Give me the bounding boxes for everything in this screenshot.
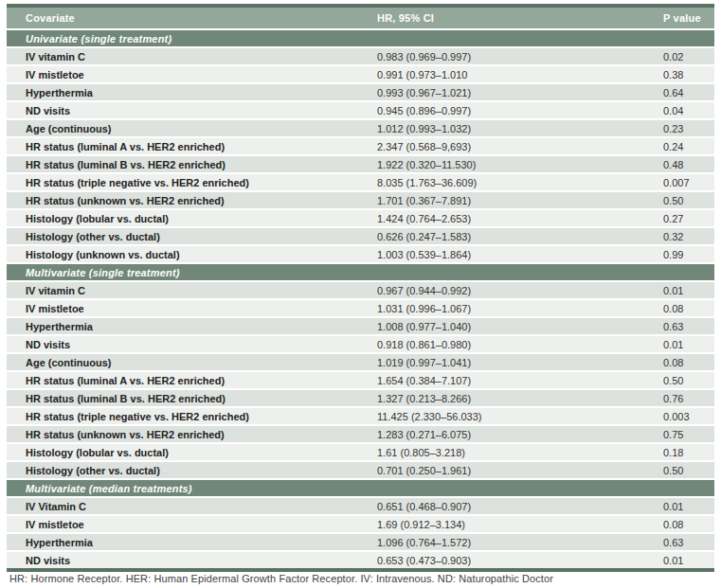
covariate-cell: HR status (unknown vs. HER2 enriched) bbox=[7, 191, 377, 209]
p-value-cell: 0.63 bbox=[663, 533, 714, 551]
table-row: ND visits0.945 (0.896–0.997)0.04 bbox=[7, 101, 714, 119]
table-row: Age (continuous)1.019 (0.997–1.041)0.08 bbox=[7, 353, 714, 371]
covariate-cell: Histology (other vs. ductal) bbox=[7, 227, 377, 245]
p-value-cell: 0.01 bbox=[663, 335, 714, 353]
p-value-cell: 0.01 bbox=[663, 497, 714, 515]
covariate-cell: IV mistletoe bbox=[7, 65, 377, 83]
covariate-cell: ND visits bbox=[7, 101, 377, 119]
table-row: IV mistletoe1.031 (0.996–1.067)0.08 bbox=[7, 299, 714, 317]
p-value-cell: 0.63 bbox=[663, 317, 714, 335]
section-header-label: Univariate (single treatment) bbox=[7, 29, 714, 47]
hr-ci-cell: 1.424 (0.764–2.653) bbox=[377, 209, 663, 227]
column-header-p-value: P value bbox=[663, 8, 714, 29]
p-value-cell: 0.007 bbox=[663, 173, 714, 191]
p-value-cell: 0.04 bbox=[663, 101, 714, 119]
p-value-cell: 0.003 bbox=[663, 407, 714, 425]
hr-ci-cell: 1.008 (0.977–1.040) bbox=[377, 317, 663, 335]
hr-ci-cell: 0.983 (0.969–0.997) bbox=[377, 47, 663, 65]
hr-ci-cell: 1.69 (0.912–3.134) bbox=[377, 515, 663, 533]
covariate-cell: IV mistletoe bbox=[7, 299, 377, 317]
p-value-cell: 0.01 bbox=[663, 281, 714, 299]
hr-ci-cell: 1.019 (0.997–1.041) bbox=[377, 353, 663, 371]
table-body: Univariate (single treatment)IV vitamin … bbox=[7, 29, 714, 568]
covariate-cell: HR status (triple negative vs. HER2 enri… bbox=[7, 173, 377, 191]
column-header-hr-ci: HR, 95% CI bbox=[377, 8, 663, 29]
table-row: Histology (unknown vs. ductal)1.003 (0.5… bbox=[7, 245, 714, 263]
hr-ci-cell: 0.991 (0.973–1.010 bbox=[377, 65, 663, 83]
p-value-cell: 0.18 bbox=[663, 443, 714, 461]
hr-ci-cell: 1.031 (0.996–1.067) bbox=[377, 299, 663, 317]
hr-ci-cell: 0.653 (0.473–0.903) bbox=[377, 551, 663, 568]
hr-ci-cell: 0.918 (0.861–0.980) bbox=[377, 335, 663, 353]
table-row: HR status (luminal A vs. HER2 enriched)1… bbox=[7, 371, 714, 389]
p-value-cell: 0.75 bbox=[663, 425, 714, 443]
hr-ci-cell: 0.701 (0.250–1.961) bbox=[377, 461, 663, 479]
covariate-cell: Hyperthermia bbox=[7, 533, 377, 551]
hr-ci-cell: 8.035 (1.763–36.609) bbox=[377, 173, 663, 191]
p-value-cell: 0.50 bbox=[663, 461, 714, 479]
table-row: IV vitamin C0.983 (0.969–0.997)0.02 bbox=[7, 47, 714, 65]
table-row: Hyperthermia1.008 (0.977–1.040)0.63 bbox=[7, 317, 714, 335]
hr-ci-cell: 1.003 (0.539–1.864) bbox=[377, 245, 663, 263]
hr-ci-cell: 1.701 (0.367–7.891) bbox=[377, 191, 663, 209]
covariate-cell: HR status (unknown vs. HER2 enriched) bbox=[7, 425, 377, 443]
hr-ci-cell: 1.283 (0.271–6.075) bbox=[377, 425, 663, 443]
table-row: Histology (lobular vs. ductal)1.424 (0.7… bbox=[7, 209, 714, 227]
p-value-cell: 0.50 bbox=[663, 371, 714, 389]
abbreviations-footnote: HR: Hormone Receptor. HER: Human Epiderm… bbox=[9, 573, 715, 584]
table-row: Histology (other vs. ductal)0.626 (0.247… bbox=[7, 227, 714, 245]
table-row: Histology (lobular vs. ductal)1.61 (0.80… bbox=[7, 443, 714, 461]
hr-ci-cell: 1.096 (0.764–1.572) bbox=[377, 533, 663, 551]
table-row: HR status (triple negative vs. HER2 enri… bbox=[7, 407, 714, 425]
p-value-cell: 0.08 bbox=[663, 353, 714, 371]
p-value-cell: 0.23 bbox=[663, 119, 714, 137]
covariate-cell: Age (continuous) bbox=[7, 119, 377, 137]
hr-ci-cell: 11.425 (2.330–56.033) bbox=[377, 407, 663, 425]
column-header-covariate: Covariate bbox=[7, 8, 377, 29]
hazard-ratio-table: Covariate HR, 95% CI P value Univariate … bbox=[7, 4, 714, 572]
covariate-cell: HR status (luminal B vs. HER2 enriched) bbox=[7, 155, 377, 173]
stats-table: Covariate HR, 95% CI P value Univariate … bbox=[7, 8, 714, 568]
p-value-cell: 0.64 bbox=[663, 83, 714, 101]
hr-ci-cell: 0.651 (0.468–0.907) bbox=[377, 497, 663, 515]
section-header-row: Univariate (single treatment) bbox=[7, 29, 714, 47]
covariate-cell: HR status (luminal B vs. HER2 enriched) bbox=[7, 389, 377, 407]
table-row: HR status (triple negative vs. HER2 enri… bbox=[7, 173, 714, 191]
table-row: HR status (unknown vs. HER2 enriched)1.7… bbox=[7, 191, 714, 209]
table-row: HR status (luminal B vs. HER2 enriched)1… bbox=[7, 155, 714, 173]
table-row: HR status (luminal B vs. HER2 enriched)1… bbox=[7, 389, 714, 407]
p-value-cell: 0.50 bbox=[663, 191, 714, 209]
table-row: Hyperthermia0.993 (0.967–1.021)0.64 bbox=[7, 83, 714, 101]
hr-ci-cell: 1.012 (0.993–1.032) bbox=[377, 119, 663, 137]
hr-ci-cell: 1.922 (0.320–11.530) bbox=[377, 155, 663, 173]
table-row: IV mistletoe0.991 (0.973–1.0100.38 bbox=[7, 65, 714, 83]
hr-ci-cell: 0.945 (0.896–0.997) bbox=[377, 101, 663, 119]
hr-ci-cell: 1.61 (0.805–3.218) bbox=[377, 443, 663, 461]
covariate-cell: IV Vitamin C bbox=[7, 497, 377, 515]
table-row: IV vitamin C0.967 (0.944–0.992)0.01 bbox=[7, 281, 714, 299]
covariate-cell: IV vitamin C bbox=[7, 281, 377, 299]
p-value-cell: 0.08 bbox=[663, 299, 714, 317]
table-row: IV Vitamin C0.651 (0.468–0.907)0.01 bbox=[7, 497, 714, 515]
p-value-cell: 0.02 bbox=[663, 47, 714, 65]
covariate-cell: Hyperthermia bbox=[7, 317, 377, 335]
section-header-label: Multivariate (median treatments) bbox=[7, 479, 714, 497]
covariate-cell: Hyperthermia bbox=[7, 83, 377, 101]
table-row: HR status (unknown vs. HER2 enriched)1.2… bbox=[7, 425, 714, 443]
covariate-cell: Age (continuous) bbox=[7, 353, 377, 371]
p-value-cell: 0.76 bbox=[663, 389, 714, 407]
table-row: Hyperthermia1.096 (0.764–1.572)0.63 bbox=[7, 533, 714, 551]
table-row: Histology (other vs. ductal)0.701 (0.250… bbox=[7, 461, 714, 479]
p-value-cell: 0.27 bbox=[663, 209, 714, 227]
p-value-cell: 0.01 bbox=[663, 551, 714, 568]
hr-ci-cell: 2.347 (0.568–9,693) bbox=[377, 137, 663, 155]
table-row: ND visits0.653 (0.473–0.903)0.01 bbox=[7, 551, 714, 568]
covariate-cell: Histology (lobular vs. ductal) bbox=[7, 443, 377, 461]
header-row: Covariate HR, 95% CI P value bbox=[7, 8, 714, 29]
hr-ci-cell: 0.993 (0.967–1.021) bbox=[377, 83, 663, 101]
page: Covariate HR, 95% CI P value Univariate … bbox=[0, 0, 721, 588]
covariate-cell: Histology (lobular vs. ductal) bbox=[7, 209, 377, 227]
table-row: IV mistletoe1.69 (0.912–3.134)0.08 bbox=[7, 515, 714, 533]
table-row: HR status (luminal A vs. HER2 enriched)2… bbox=[7, 137, 714, 155]
table-header: Covariate HR, 95% CI P value bbox=[7, 8, 714, 29]
